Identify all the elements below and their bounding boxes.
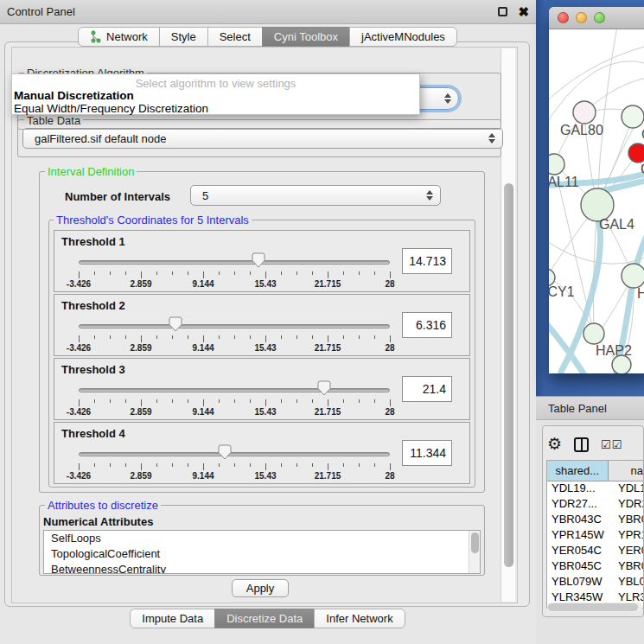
table-row[interactable]: YBR045CYBR0 (547, 559, 643, 575)
network-node-C[interactable] (628, 143, 644, 163)
slider-track[interactable] (79, 260, 390, 265)
attribute-item[interactable]: TopologicalCoefficient (44, 546, 480, 562)
cell-shared-name[interactable]: YDL19... (547, 481, 615, 497)
cell-shared-name[interactable]: YBL079W (547, 575, 615, 590)
node-table: shared... na YDL19...YDL1YDR27...YDR2YBR… (546, 460, 644, 609)
tab-cyni-toolbox[interactable]: Cyni Toolbox (262, 27, 350, 47)
cell-shared-name[interactable]: YBR045C (547, 559, 615, 575)
tab-impute-data[interactable]: Impute Data (130, 609, 215, 628)
network-canvas[interactable]: GAL80GCGAL11GAL4GCY1HHAP2 (549, 29, 644, 373)
cell-name[interactable]: YBR0 (615, 513, 643, 528)
gear-icon[interactable]: ⚙ (547, 436, 562, 453)
combo-arrows-icon (444, 93, 451, 104)
cell-name[interactable]: YPR1 (615, 528, 643, 544)
tick-major (79, 271, 80, 278)
node-label: C (641, 162, 644, 176)
numerical-attributes-list[interactable]: SelfLoopsTopologicalCoefficientBetweenne… (43, 530, 481, 574)
tick-minor (188, 335, 188, 339)
zoom-traffic-light-icon[interactable] (594, 12, 605, 23)
cell-shared-name[interactable]: YER054C (547, 544, 615, 559)
slider-track[interactable] (79, 324, 390, 328)
table-row[interactable]: YDL19...YDL1 (547, 481, 643, 497)
table-row[interactable]: YDR27...YDR2 (547, 497, 643, 513)
attribute-item[interactable]: SelfLoops (44, 531, 480, 546)
tick-minor (188, 399, 188, 403)
num-intervals-label: Number of Intervals (65, 190, 170, 203)
tick-label: 15.43 (254, 471, 276, 481)
algorithm-option-equal-width[interactable]: Equal Width/Frequency Discretization (14, 102, 208, 115)
table-row[interactable]: YBL079WYBL0 (547, 575, 643, 590)
tick-minor (281, 399, 282, 403)
tick-minor (374, 399, 375, 403)
close-traffic-light-icon[interactable] (558, 12, 569, 23)
network-node-GAL80[interactable] (573, 101, 596, 124)
threshold-value-field[interactable]: 14.713 (402, 248, 452, 274)
minimize-traffic-light-icon[interactable] (576, 12, 587, 23)
attribute-item[interactable]: BetweennessCentrality (44, 562, 480, 574)
slider-thumb[interactable] (317, 380, 331, 399)
close-icon[interactable]: ✖ (518, 7, 529, 16)
algorithm-option-manual[interactable]: Manual Discretization (14, 89, 134, 102)
threshold-value-field[interactable]: 6.316 (402, 312, 452, 338)
tab-style[interactable]: Style (159, 27, 208, 47)
tick-minor (94, 463, 95, 467)
network-node-H[interactable] (622, 264, 644, 288)
threshold-label: Threshold 4 (61, 427, 125, 440)
scrollbar-thumb[interactable] (471, 532, 479, 553)
column-header-name[interactable]: na (609, 461, 643, 481)
tick-label: 2.859 (130, 343, 151, 353)
network-node-GCY1[interactable] (549, 269, 555, 286)
tab-label: Style (171, 30, 196, 43)
slider-thumb[interactable] (252, 252, 265, 271)
cell-shared-name[interactable]: YBR043C (547, 513, 615, 528)
cell-name[interactable]: YBR0 (615, 559, 643, 575)
scrollbar-thumb[interactable] (504, 183, 513, 567)
tab-jactivemnodules[interactable]: jActiveMNodules (349, 27, 457, 47)
cell-shared-name[interactable]: YPR145W (547, 528, 615, 544)
apply-button[interactable]: Apply (232, 579, 289, 597)
slider-track[interactable] (79, 452, 390, 456)
num-intervals-combobox[interactable]: 5 (190, 185, 441, 206)
threshold-value-field[interactable]: 11.344 (402, 440, 452, 466)
table-row[interactable]: YPR145WYPR1 (547, 528, 643, 544)
network-node-GAL11[interactable] (549, 154, 564, 175)
column-header-shared-name[interactable]: shared... (547, 461, 609, 481)
tick-label: 21.715 (315, 471, 341, 481)
table-data-combobox[interactable]: galFiltered.sif default node (22, 128, 503, 149)
list-scrollbar[interactable] (469, 531, 480, 573)
column-selector-icon[interactable] (574, 437, 589, 452)
tick-label: 28 (385, 279, 394, 289)
slider-track[interactable] (79, 388, 390, 392)
tick-major (265, 399, 266, 406)
threshold-value-field[interactable]: 21.4 (402, 376, 452, 402)
table-row[interactable]: YER054CYER0 (547, 544, 643, 559)
network-node-unlabeled[interactable] (612, 355, 631, 373)
tab-network[interactable]: Network (78, 27, 160, 47)
checkbox-columns-icon[interactable]: ☑☑ (601, 438, 622, 451)
slider-thumb[interactable] (218, 444, 232, 463)
tick-label: 28 (385, 471, 394, 481)
tab-select[interactable]: Select (207, 27, 263, 47)
tab-discretize-data[interactable]: Discretize Data (214, 609, 315, 628)
tick-minor (172, 399, 173, 403)
tick-minor (94, 271, 95, 275)
tick-minor (156, 463, 157, 467)
cell-name[interactable]: YER0 (615, 544, 643, 559)
scrollbar-thumb[interactable] (548, 603, 638, 611)
network-node-HAP2[interactable] (583, 323, 604, 344)
slider-thumb[interactable] (169, 316, 182, 335)
slider-thumb-icon (218, 444, 232, 460)
cell-name[interactable]: YDL1 (615, 481, 643, 497)
tick-minor (172, 271, 173, 275)
table-row[interactable]: YBR043CYBR0 (547, 513, 643, 528)
tick-minor (359, 463, 360, 467)
float-window-icon[interactable] (498, 7, 507, 16)
table-horizontal-scrollbar[interactable] (547, 603, 642, 612)
cell-name[interactable]: YDR2 (615, 497, 643, 513)
network-node-G[interactable] (622, 105, 644, 128)
tab-infer-network[interactable]: Infer Network (314, 609, 405, 628)
cell-name[interactable]: YBL0 (615, 575, 643, 590)
app-root: Control Panel ✖ NetworkStyleSelectCyni T… (0, 0, 644, 644)
cell-shared-name[interactable]: YDR27... (547, 497, 615, 513)
slider-thumb-icon (317, 380, 331, 396)
